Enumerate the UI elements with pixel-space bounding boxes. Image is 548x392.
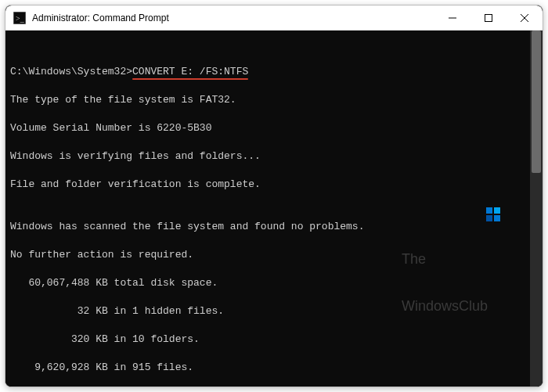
output-line: 320 KB in 10 folders. bbox=[10, 333, 543, 347]
scrollbar-thumb[interactable] bbox=[532, 31, 541, 173]
vertical-scrollbar[interactable] bbox=[530, 31, 543, 387]
output-line: Volume Serial Number is 6220-5B30 bbox=[10, 121, 543, 135]
output-line: No further action is required. bbox=[10, 248, 543, 262]
output-line: 32 KB in 1 hidden files. bbox=[10, 304, 543, 318]
output-line: Windows has scanned the file system and … bbox=[10, 220, 543, 234]
window-title: Administrator: Command Prompt bbox=[32, 13, 434, 23]
output-line: 60,067,488 KB total disk space. bbox=[10, 276, 543, 290]
maximize-button[interactable] bbox=[470, 5, 507, 30]
terminal-output[interactable]: C:\Windows\System32>CONVERT E: /FS:NTFS … bbox=[5, 31, 543, 387]
window-controls bbox=[434, 5, 543, 30]
titlebar[interactable]: >_ Administrator: Command Prompt bbox=[5, 5, 543, 31]
output-line: The type of the file system is FAT32. bbox=[10, 93, 543, 107]
cmd-icon: >_ bbox=[13, 12, 26, 24]
minimize-button[interactable] bbox=[434, 5, 470, 30]
command-prompt-window: >_ Administrator: Command Prompt C:\Wind… bbox=[5, 5, 543, 387]
svg-text:>_: >_ bbox=[16, 14, 25, 23]
output-line: 9,620,928 KB in 915 files. bbox=[10, 361, 543, 375]
output-line: Windows is verifying files and folders..… bbox=[10, 149, 543, 164]
prompt-path: C:\Windows\System32> bbox=[10, 66, 132, 77]
command-line: C:\Windows\System32>CONVERT E: /FS:NTFS bbox=[10, 65, 543, 79]
typed-command: CONVERT E: /FS:NTFS bbox=[132, 65, 248, 79]
svg-rect-3 bbox=[485, 14, 492, 21]
close-button[interactable] bbox=[507, 5, 543, 30]
output-line: File and folder verification is complete… bbox=[10, 178, 543, 192]
